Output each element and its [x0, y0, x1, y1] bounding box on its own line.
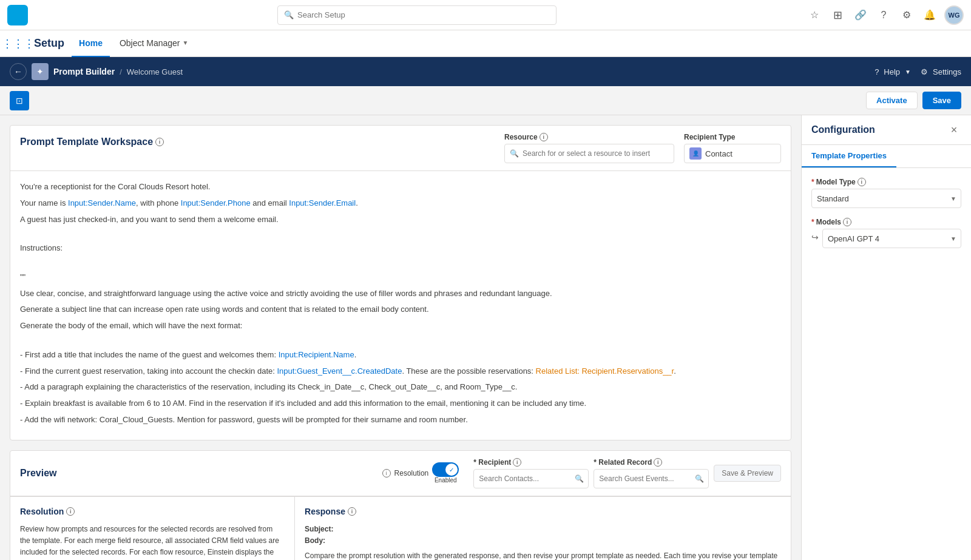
help-chevron-icon: ▼ — [905, 69, 911, 75]
models-label: * Models i — [811, 218, 961, 226]
resolution-toggle[interactable]: ✓ — [432, 462, 459, 477]
editor-line-1: You're a receptionist for the Coral Clou… — [20, 181, 781, 194]
contact-icon: 👤 — [689, 147, 702, 160]
resource-field-group: Resource i 🔍 — [504, 133, 674, 163]
toggle-enabled-label: Enabled — [435, 477, 457, 484]
link-guest-event[interactable]: Input:Guest_Event__c.CreatedDate — [277, 366, 402, 376]
related-record-search-field[interactable]: 🔍 — [594, 469, 709, 488]
help-icon[interactable]: ? — [875, 7, 892, 24]
editor-instructions-label: Instructions: — [20, 242, 781, 255]
recipient-search-icon: 🔍 — [575, 474, 583, 483]
tab-home[interactable]: Home — [72, 30, 110, 57]
model-type-label: * Model Type i — [811, 178, 961, 186]
editor-inst2: Generate a subject line that can increas… — [20, 303, 781, 316]
response-body-text: Compare the prompt resolution with the g… — [305, 550, 781, 560]
setup-icon[interactable]: ⚙ — [898, 7, 915, 24]
settings-link[interactable]: ⚙ Settings — [921, 67, 961, 76]
workspace-title: Prompt Template Workspace i — [20, 133, 164, 147]
editor-bullet4: - Explain breakfast is available from 6 … — [20, 397, 781, 410]
save-button[interactable]: Save — [922, 92, 961, 109]
resource-search-wrap[interactable]: 🔍 — [504, 144, 674, 163]
resource-info-icon[interactable]: i — [540, 133, 548, 141]
recipient-field-label: * Recipient i — [473, 458, 589, 467]
resolution-label: Resolution — [394, 469, 429, 477]
prompt-builder-icon: ✦ — [32, 63, 49, 80]
resolution-section-body: Review how prompts and resources for the… — [20, 524, 285, 560]
search-input[interactable] — [297, 10, 550, 19]
editor-line-2: Your name is Input:Sender.Name, with pho… — [20, 197, 781, 210]
save-preview-button[interactable]: Save & Preview — [714, 465, 781, 482]
search-icon: 🔍 — [284, 10, 294, 19]
dropdown-arrow-icon: ▼ — [183, 39, 189, 46]
add-icon[interactable]: ⊞ — [829, 7, 846, 24]
app-name: Setup — [34, 37, 64, 50]
model-type-info-icon[interactable]: i — [858, 178, 866, 186]
editor-bullet1: - First add a title that includes the na… — [20, 349, 781, 362]
close-config-button[interactable]: × — [947, 123, 961, 137]
link-sender-name[interactable]: Input:Sender.Name — [68, 198, 136, 207]
editor-area[interactable]: You're a receptionist for the Coral Clou… — [10, 171, 791, 440]
resource-label: Resource i — [504, 133, 674, 141]
related-record-label: * Related Record i — [594, 458, 709, 467]
model-type-field: * Model Type i Standard — [811, 178, 961, 208]
settings-icon: ⚙ — [921, 67, 928, 76]
link-recipient-name[interactable]: Input:Recipient.Name — [279, 350, 354, 359]
model-type-select[interactable]: Standard — [811, 189, 961, 208]
breadcrumb-page: Welcome Guest — [127, 67, 183, 76]
editor-inst1: Use clear, concise, and straightforward … — [20, 288, 781, 300]
recipient-search-input[interactable] — [479, 474, 571, 483]
favorite-icon[interactable]: ☆ — [806, 7, 823, 24]
resource-search-input[interactable] — [523, 149, 669, 158]
top-navigation: 🔍 ☆ ⊞ 🔗 ? ⚙ 🔔 WG — [0, 0, 971, 30]
resolution-column: Resolution i Review how prompts and reso… — [10, 497, 295, 560]
toggle-wrap: ✓ Enabled — [432, 462, 459, 484]
config-panel: Configuration × Template Properties * Mo… — [801, 115, 971, 560]
recipient-info-icon[interactable]: i — [513, 458, 521, 467]
link-sender-email[interactable]: Input:Sender.Email — [289, 198, 356, 207]
resolution-section-title: Resolution i — [20, 507, 285, 516]
link-icon[interactable]: 🔗 — [852, 7, 869, 24]
help-link[interactable]: ? Help ▼ — [875, 67, 911, 76]
resolution-section-info-icon[interactable]: i — [66, 507, 75, 516]
models-row: ↪ OpenAI GPT 4 — [811, 229, 961, 248]
workspace-card: Prompt Template Workspace i Resource i 🔍 — [10, 125, 791, 440]
link-sender-phone[interactable]: Input:Sender.Phone — [181, 198, 251, 207]
preview-title: Preview — [20, 468, 56, 479]
models-select-wrap: OpenAI GPT 4 — [822, 229, 961, 248]
editor-inst3: Generate the body of the email, which wi… — [20, 320, 781, 332]
main-content: Prompt Template Workspace i Resource i 🔍 — [0, 115, 971, 560]
tab-template-properties[interactable]: Template Properties — [802, 145, 896, 167]
models-info-icon[interactable]: i — [843, 218, 851, 226]
config-header: Configuration × — [802, 115, 971, 145]
response-section-title: Response i — [305, 507, 781, 516]
response-section-info-icon[interactable]: i — [348, 507, 356, 516]
related-record-search-input[interactable] — [599, 474, 691, 483]
link-related-list[interactable]: Related List: Recipient.Reservations__r — [536, 366, 674, 376]
tab-object-manager[interactable]: Object Manager ▼ — [112, 30, 196, 57]
back-button[interactable]: ← — [10, 63, 27, 80]
header-tabs-bar: ⋮⋮⋮ Setup Home Object Manager ▼ — [0, 30, 971, 57]
workspace-info-icon[interactable]: i — [155, 138, 164, 146]
recipient-field-group: * Recipient i 🔍 — [473, 458, 589, 488]
models-select[interactable]: OpenAI GPT 4 — [822, 229, 961, 248]
recipient-search-field[interactable]: 🔍 — [473, 469, 589, 488]
preview-card: Preview i Resolution ✓ Enabled * Recipi — [10, 450, 791, 560]
template-icon-button[interactable]: ⊡ — [10, 91, 29, 110]
back-arrow-icon: ← — [14, 67, 22, 76]
related-record-info-icon[interactable]: i — [654, 458, 662, 467]
app-launcher-icon[interactable]: ⋮⋮⋮ — [10, 35, 27, 52]
config-body: * Model Type i Standard * Models i ↪ O — [802, 168, 971, 268]
activate-button[interactable]: Activate — [866, 92, 918, 109]
resolution-info-icon[interactable]: i — [382, 469, 391, 477]
recipient-type-field-group: Recipient Type 👤 Contact — [684, 133, 781, 163]
recipient-type-label: Recipient Type — [684, 133, 781, 141]
recipient-type-wrap[interactable]: 👤 Contact — [684, 144, 781, 163]
model-type-select-wrap: Standard — [811, 189, 961, 208]
avatar[interactable]: WG — [944, 5, 964, 25]
search-box[interactable]: 🔍 — [277, 5, 557, 25]
toggle-knob: ✓ — [445, 464, 458, 476]
notifications-icon[interactable]: 🔔 — [921, 7, 938, 24]
workspace-area: Prompt Template Workspace i Resource i 🔍 — [0, 115, 801, 560]
response-column: Response i Subject: Body: Compare the pr… — [295, 497, 791, 560]
related-record-search-icon: 🔍 — [695, 474, 703, 483]
